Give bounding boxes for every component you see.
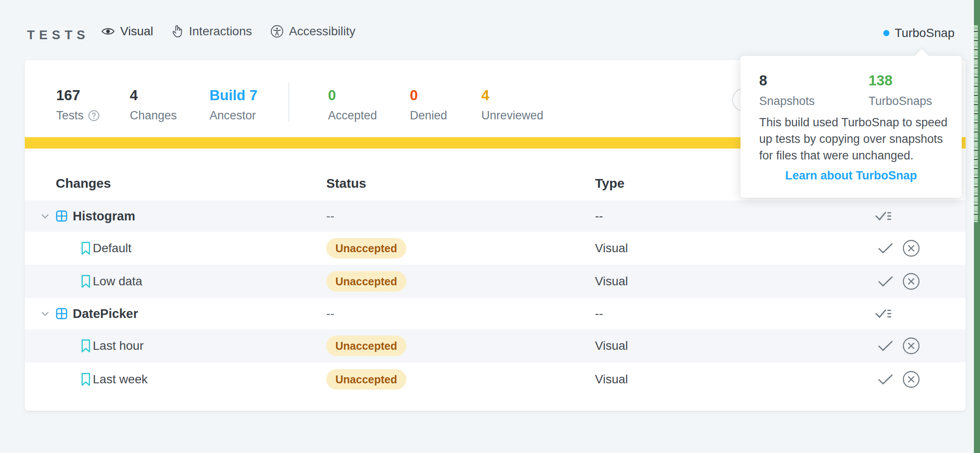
- denied-label: Denied: [410, 109, 447, 122]
- status-badge: Unaccepted: [326, 271, 406, 292]
- stat-denied: 0 Denied: [410, 87, 447, 122]
- type-value: Visual: [595, 241, 628, 255]
- turbosnap-popover: 8 Snapshots 138 TurboSnaps This build us…: [740, 56, 962, 198]
- accept-icon[interactable]: [877, 275, 894, 288]
- status-badge: Unaccepted: [326, 336, 406, 356]
- column-header-changes: Changes: [56, 176, 111, 191]
- type-value: Visual: [595, 274, 628, 288]
- tab-accessibility[interactable]: Accessibility: [270, 24, 355, 38]
- accepted-label: Accepted: [328, 109, 377, 122]
- accept-icon[interactable]: [877, 242, 894, 255]
- status-badge: Unaccepted: [326, 369, 406, 390]
- turbosnap-toggle-label: TurboSnap: [895, 26, 955, 40]
- learn-about-turbosnap-link[interactable]: Learn about TurboSnap: [740, 169, 962, 183]
- accept-icon[interactable]: [877, 339, 894, 352]
- status-badge: Unaccepted: [326, 238, 406, 259]
- stat-unreviewed: 4 Unreviewed: [481, 87, 544, 122]
- deny-icon[interactable]: [902, 272, 920, 291]
- tab-interactions[interactable]: Interactions: [172, 24, 252, 38]
- bookmark-icon: [80, 339, 91, 353]
- changes-label: Changes: [130, 109, 177, 122]
- component-name[interactable]: DatePicker: [73, 307, 138, 321]
- test-type-tabs: Visual Interactions Accessibility: [101, 24, 355, 38]
- eye-icon: [101, 26, 115, 37]
- component-grid-icon: [55, 210, 68, 223]
- table-row-test-last-week: Last week Unaccepted Visual: [25, 362, 966, 396]
- snapshots-label: Snapshots: [759, 95, 815, 108]
- chevron-down-icon[interactable]: [39, 210, 51, 222]
- help-question-icon[interactable]: [88, 110, 100, 122]
- turbosnaps-label: TurboSnaps: [868, 95, 932, 108]
- pointing-hand-icon: [172, 25, 183, 38]
- stat-ancestor-build: Build 7 Ancestor: [210, 87, 257, 122]
- snapshots-count: 8: [759, 72, 815, 89]
- table-row-group-histogram: Histogram -- --: [25, 200, 966, 232]
- tab-accessibility-label: Accessibility: [289, 24, 355, 38]
- tab-visual-label: Visual: [120, 24, 153, 38]
- status-value: --: [326, 307, 335, 321]
- deny-icon[interactable]: [902, 370, 920, 389]
- column-header-type: Type: [595, 176, 625, 191]
- bookmark-icon: [80, 274, 91, 288]
- accept-all-icon[interactable]: [874, 306, 892, 321]
- popover-stat-snapshots: 8 Snapshots: [759, 72, 815, 108]
- denied-count: 0: [410, 87, 447, 104]
- stats-divider: [288, 83, 289, 122]
- right-edge-strip-texture: [974, 25, 978, 222]
- accessibility-icon: [270, 25, 284, 38]
- unreviewed-label: Unreviewed: [481, 109, 544, 122]
- page-title: TESTS: [27, 28, 89, 42]
- accept-all-icon[interactable]: [874, 209, 892, 223]
- story-name[interactable]: Low data: [93, 274, 142, 288]
- status-value: --: [326, 209, 335, 223]
- table-row-test-last-hour: Last hour Unaccepted Visual: [25, 329, 966, 362]
- ancestor-build-link[interactable]: Build 7: [210, 87, 257, 104]
- stat-changes: 4 Changes: [130, 87, 177, 122]
- turbosnap-description: This build used TurboSnap to speed up te…: [759, 114, 950, 164]
- table-row-test-default: Default Unaccepted Visual: [25, 232, 966, 265]
- type-value: --: [595, 307, 603, 321]
- turbosnap-dot-icon: [883, 30, 889, 36]
- popover-stat-turbosnaps: 138 TurboSnaps: [868, 72, 932, 108]
- popover-caret: [914, 49, 929, 64]
- deny-icon[interactable]: [902, 239, 920, 257]
- turbosnaps-count: 138: [868, 72, 932, 89]
- tab-visual[interactable]: Visual: [101, 24, 153, 38]
- table-row-group-datepicker: DatePicker -- --: [25, 298, 966, 329]
- bookmark-icon: [80, 241, 91, 255]
- story-name[interactable]: Default: [93, 241, 132, 255]
- table-row-test-low-data: Low data Unaccepted Visual: [25, 265, 966, 298]
- type-value: --: [595, 209, 603, 223]
- accepted-count: 0: [328, 87, 377, 104]
- stat-tests: 167 Tests: [56, 87, 100, 122]
- type-value: Visual: [595, 372, 628, 386]
- turbosnap-toggle[interactable]: TurboSnap: [883, 26, 955, 40]
- right-edge-strip: [974, 0, 980, 453]
- story-name[interactable]: Last week: [93, 372, 148, 386]
- story-name[interactable]: Last hour: [93, 339, 144, 353]
- stat-accepted: 0 Accepted: [328, 87, 377, 122]
- bookmark-icon: [80, 372, 91, 386]
- column-header-status: Status: [326, 176, 366, 191]
- unreviewed-count: 4: [481, 87, 544, 104]
- ancestor-label: Ancestor: [210, 109, 256, 122]
- tab-interactions-label: Interactions: [189, 24, 252, 38]
- component-name[interactable]: Histogram: [73, 209, 135, 223]
- deny-icon[interactable]: [902, 337, 920, 355]
- changes-count: 4: [130, 87, 177, 104]
- tests-label: Tests: [56, 109, 84, 122]
- chevron-down-icon[interactable]: [39, 308, 51, 320]
- component-grid-icon: [55, 307, 68, 321]
- type-value: Visual: [595, 339, 628, 353]
- accept-icon[interactable]: [877, 373, 894, 386]
- changes-table: Histogram -- -- Default Unaccepted Visua…: [25, 200, 966, 396]
- tests-count: 167: [56, 87, 100, 104]
